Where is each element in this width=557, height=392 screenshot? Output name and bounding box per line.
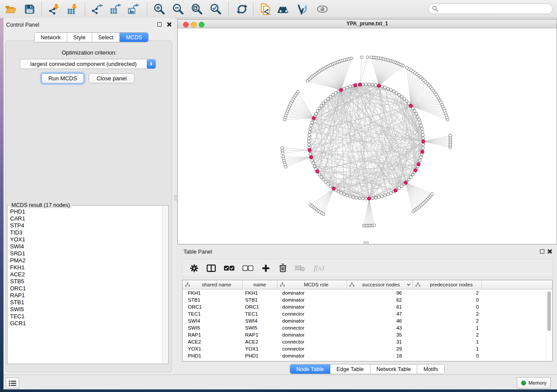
network-window-titlebar[interactable]: YPA_prune.txt_1 — [178, 20, 557, 28]
table-settings-icon[interactable] — [189, 263, 199, 273]
save-session-icon[interactable] — [24, 3, 36, 15]
table-row[interactable]: RAP1RAP1dominator352 — [183, 331, 552, 338]
search-input[interactable] — [438, 5, 552, 12]
float-window-icon[interactable] — [540, 249, 544, 254]
zoom-fit-icon[interactable] — [191, 3, 203, 15]
mcds-result-item[interactable]: TEC1 — [10, 313, 162, 320]
delete-column-icon[interactable] — [277, 263, 288, 273]
table-scrollbar[interactable] — [546, 291, 551, 359]
mcds-result-item[interactable]: CAR1 — [10, 215, 162, 222]
run-mcds-button[interactable]: Run MCDS — [42, 73, 84, 83]
mcds-result-item[interactable]: SWI4 — [10, 243, 162, 250]
close-panel-button[interactable]: Close panel — [89, 73, 135, 83]
import-table-icon[interactable] — [66, 3, 79, 15]
mcds-result-item[interactable]: PMA2 — [10, 257, 162, 264]
column-header-shared-name[interactable]: shared name — [183, 280, 242, 289]
export-table-icon[interactable] — [110, 3, 122, 15]
table-cell: connector — [277, 325, 347, 330]
float-window-icon[interactable] — [157, 22, 162, 27]
mcds-result-item[interactable]: GCR1 — [10, 320, 162, 327]
column-namespace-icon — [280, 282, 285, 287]
optimization-criterion-select[interactable]: largest connected component (undirected) — [20, 59, 156, 69]
table-row[interactable]: SWI4SWI4dominator462 — [183, 317, 552, 324]
vertical-splitter-handle[interactable] — [174, 196, 178, 200]
search-field[interactable] — [428, 3, 553, 14]
main-toolbar — [0, 0, 557, 18]
show-columns-icon[interactable] — [206, 263, 216, 273]
export-network-icon[interactable] — [91, 3, 104, 15]
add-column-icon[interactable] — [260, 263, 271, 273]
column-header-name[interactable]: name — [242, 280, 277, 289]
zoom-selected-icon[interactable] — [210, 3, 222, 15]
zoom-in-icon[interactable] — [153, 3, 166, 15]
table-cell: 1 — [413, 325, 482, 330]
mcds-result-list[interactable]: PHD1CAR1STP4TID3YOX1SWI4SRD1PMA2FKH1ACE2… — [8, 208, 162, 363]
column-namespace-icon — [349, 282, 354, 287]
export-image-icon[interactable] — [128, 3, 140, 15]
node-table[interactable]: shared namenameMCDS rolesuccessor nodesp… — [182, 280, 553, 361]
table-row[interactable]: TEC1TEC1connector472 — [183, 310, 552, 317]
network-view[interactable] — [178, 28, 557, 244]
table-cell: STB1 — [242, 297, 277, 303]
table-row[interactable]: SWI5SWI5connector431 — [183, 324, 552, 331]
tab-network-table[interactable]: Network Table — [370, 364, 418, 374]
mcds-result-item[interactable]: ORC1 — [10, 285, 162, 292]
mcds-result-item[interactable]: STB1 — [10, 299, 162, 306]
mcds-result-item[interactable]: ACE2 — [10, 271, 162, 278]
show-hide-icon[interactable] — [316, 3, 329, 15]
tab-mcds[interactable]: MCDS — [120, 33, 148, 42]
close-panel-icon[interactable] — [166, 22, 172, 27]
tab-motifs[interactable]: Motifs — [417, 364, 444, 374]
table-cell: 35 — [347, 332, 413, 337]
export-web-icon[interactable] — [259, 3, 272, 15]
mcds-result-item[interactable]: YOX1 — [10, 236, 162, 243]
mcds-result-item[interactable]: PHD1 — [10, 208, 162, 215]
table-row[interactable]: YOX1YOX1connector291 — [183, 345, 552, 352]
tab-network[interactable]: Network — [35, 33, 67, 42]
memory-button[interactable]: Memory — [517, 377, 551, 389]
horizontal-splitter-handle[interactable] — [363, 241, 369, 244]
table-cell: 62 — [347, 297, 413, 303]
tab-select[interactable]: Select — [92, 33, 120, 42]
mcds-result-item[interactable]: TID3 — [10, 229, 162, 236]
open-file-icon[interactable] — [4, 3, 17, 15]
toolbar-separator — [147, 2, 147, 16]
network-canvas[interactable] — [178, 28, 557, 244]
mcds-result-item[interactable]: STB5 — [10, 278, 162, 285]
refresh-layout-icon[interactable] — [236, 3, 248, 15]
mcds-result-item[interactable]: SWI5 — [10, 306, 162, 313]
mcds-result-item[interactable]: FKH1 — [10, 264, 162, 271]
table-row[interactable]: FKH1FKH1dominator962 — [183, 289, 552, 296]
vizmapper-icon[interactable] — [297, 3, 309, 15]
select-all-icon[interactable] — [223, 263, 235, 273]
mcds-result-item[interactable]: STP4 — [10, 222, 162, 229]
list-icon — [9, 380, 16, 386]
import-network-icon[interactable] — [48, 3, 60, 15]
column-header-MCDS-role[interactable]: MCDS role — [277, 280, 347, 289]
table-scrollbar-thumb[interactable] — [547, 292, 551, 331]
mcds-list-scrollbar[interactable] — [162, 206, 168, 363]
mcds-result-item[interactable]: RAP1 — [10, 292, 162, 299]
task-history-button[interactable] — [6, 378, 19, 389]
table-row[interactable]: PHD1PHD1dominator180 — [183, 352, 552, 359]
tab-edge-table[interactable]: Edge Table — [330, 364, 370, 374]
close-panel-icon[interactable] — [547, 249, 552, 254]
table-cell: ACE2 — [183, 339, 242, 344]
table-cell: 46 — [347, 318, 413, 323]
deselect-all-icon[interactable] — [242, 263, 254, 273]
first-neighbors-icon[interactable] — [277, 3, 289, 15]
function-builder-icon[interactable]: f(x) — [311, 263, 326, 273]
table-row[interactable]: ACE2ACE2connector311 — [183, 338, 552, 345]
tab-node-table[interactable]: Node Table — [290, 364, 330, 374]
zoom-out-icon[interactable] — [172, 3, 184, 15]
column-header-predecessor-nodes[interactable]: predecessor nodes — [413, 280, 482, 289]
table-row[interactable]: STB1STB1dominator620 — [183, 296, 552, 303]
mcds-result-item[interactable]: SRD1 — [10, 250, 162, 257]
delete-table-icon[interactable] — [294, 263, 305, 273]
table-cell: 29 — [347, 346, 413, 351]
node-table-body: FKH1FKH1dominator962STB1STB1dominator620… — [183, 289, 552, 359]
tab-style[interactable]: Style — [67, 33, 92, 42]
column-header-successor-nodes[interactable]: successor nodes — [347, 280, 413, 289]
table-row[interactable]: ORC1ORC1dominator610 — [183, 303, 552, 310]
table-cell: 0 — [413, 304, 482, 309]
